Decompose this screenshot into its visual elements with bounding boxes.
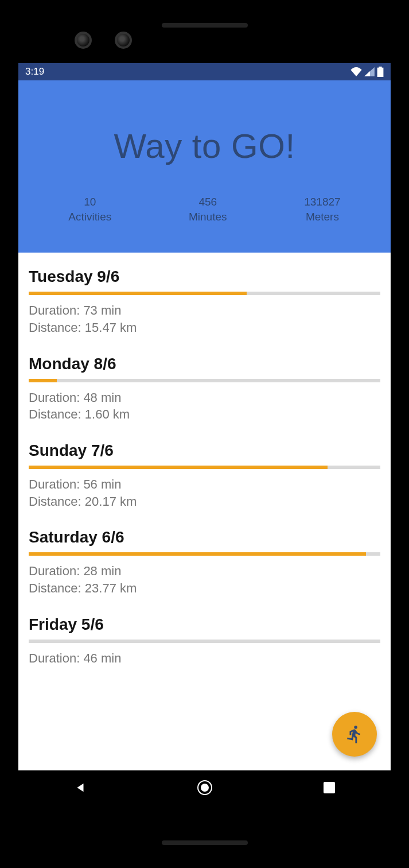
activity-distance: Distance: 20.17 km	[29, 493, 380, 510]
activity-distance: Distance: 23.77 km	[29, 580, 380, 597]
activity-duration: Duration: 28 min	[29, 563, 380, 580]
header-title: Way to GO!	[30, 126, 379, 166]
nav-recent-icon[interactable]	[324, 782, 335, 793]
activity-meta: Duration: 46 min	[29, 650, 380, 667]
nav-home-icon[interactable]	[197, 780, 212, 795]
progress-track	[29, 379, 380, 382]
front-camera-2	[115, 32, 132, 49]
activity-day: Tuesday 9/6	[29, 268, 380, 286]
progress-track	[29, 466, 380, 469]
activity-item[interactable]: Tuesday 9/6Duration: 73 minDistance: 15.…	[29, 253, 380, 339]
activity-item[interactable]: Monday 8/6Duration: 48 minDistance: 1.60…	[29, 340, 380, 427]
status-icons	[350, 67, 384, 77]
progress-track	[29, 640, 380, 643]
status-time: 3:19	[25, 66, 44, 78]
screen: 3:19 Way to GO! 10 Activities 456 Minute…	[18, 63, 391, 805]
wifi-icon	[350, 67, 362, 76]
activity-day: Friday 5/6	[29, 615, 380, 634]
status-bar: 3:19	[18, 63, 391, 80]
activity-meta: Duration: 56 minDistance: 20.17 km	[29, 476, 380, 510]
nav-back-icon[interactable]	[74, 781, 87, 794]
cell-signal-icon	[364, 67, 375, 76]
stat-activities-label: Activities	[68, 210, 111, 224]
progress-fill	[29, 466, 328, 469]
progress-fill	[29, 292, 247, 295]
progress-fill	[29, 379, 57, 382]
progress-track	[29, 552, 380, 556]
activity-distance: Distance: 15.47 km	[29, 319, 380, 336]
android-nav-bar	[18, 770, 391, 805]
activity-day: Monday 8/6	[29, 355, 380, 373]
stat-meters-value: 131827	[304, 195, 340, 210]
stat-meters-label: Meters	[304, 210, 340, 224]
device-frame: 3:19 Way to GO! 10 Activities 456 Minute…	[0, 0, 409, 868]
activity-duration: Duration: 56 min	[29, 476, 380, 493]
activity-meta: Duration: 48 minDistance: 1.60 km	[29, 389, 380, 423]
activity-duration: Duration: 46 min	[29, 650, 380, 667]
battery-icon	[377, 67, 384, 77]
speaker-grille-bottom	[162, 840, 248, 845]
stat-minutes-value: 456	[189, 195, 227, 210]
activity-item[interactable]: Friday 5/6Duration: 46 min	[29, 600, 380, 671]
activity-duration: Duration: 48 min	[29, 389, 380, 406]
speaker-grille-top	[162, 23, 248, 28]
stat-minutes: 456 Minutes	[189, 195, 227, 224]
stat-minutes-label: Minutes	[189, 210, 227, 224]
summary-header: Way to GO! 10 Activities 456 Minutes 131…	[18, 80, 391, 253]
activity-item[interactable]: Saturday 6/6Duration: 28 minDistance: 23…	[29, 513, 380, 600]
progress-track	[29, 292, 380, 295]
activity-meta: Duration: 28 minDistance: 23.77 km	[29, 563, 380, 596]
runner-icon	[345, 724, 364, 744]
activity-day: Sunday 7/6	[29, 441, 380, 460]
stats-row: 10 Activities 456 Minutes 131827 Meters	[30, 195, 379, 224]
activity-distance: Distance: 1.60 km	[29, 406, 380, 423]
stat-meters: 131827 Meters	[304, 195, 340, 224]
front-camera-1	[75, 32, 92, 49]
stat-activities-value: 10	[68, 195, 111, 210]
start-run-fab[interactable]	[332, 712, 377, 757]
activity-duration: Duration: 73 min	[29, 302, 380, 319]
stat-activities: 10 Activities	[68, 195, 111, 224]
activity-item[interactable]: Sunday 7/6Duration: 56 minDistance: 20.1…	[29, 427, 380, 513]
activity-list[interactable]: Tuesday 9/6Duration: 73 minDistance: 15.…	[18, 253, 391, 770]
progress-fill	[29, 552, 366, 556]
activity-day: Saturday 6/6	[29, 528, 380, 547]
activity-meta: Duration: 73 minDistance: 15.47 km	[29, 302, 380, 336]
